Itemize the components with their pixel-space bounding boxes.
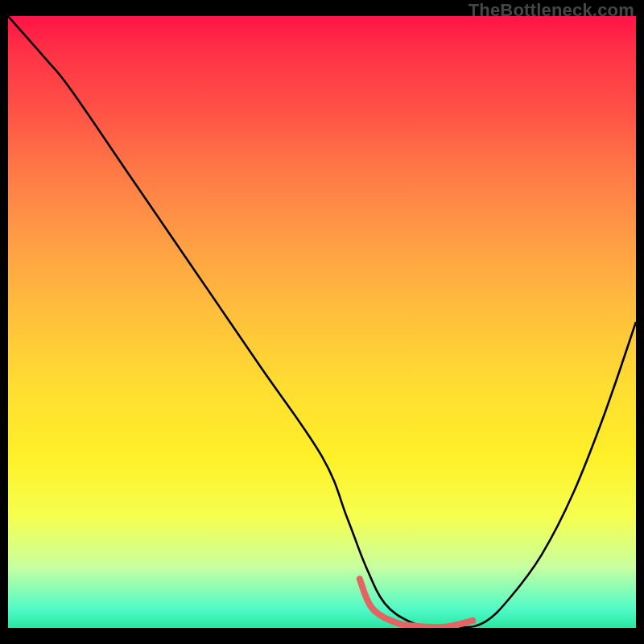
bottleneck-curve [8, 16, 636, 628]
optimal-flat-indicator [360, 579, 473, 627]
chart-container: TheBottleneck.com [8, 0, 636, 628]
chart-overlay [8, 16, 636, 628]
